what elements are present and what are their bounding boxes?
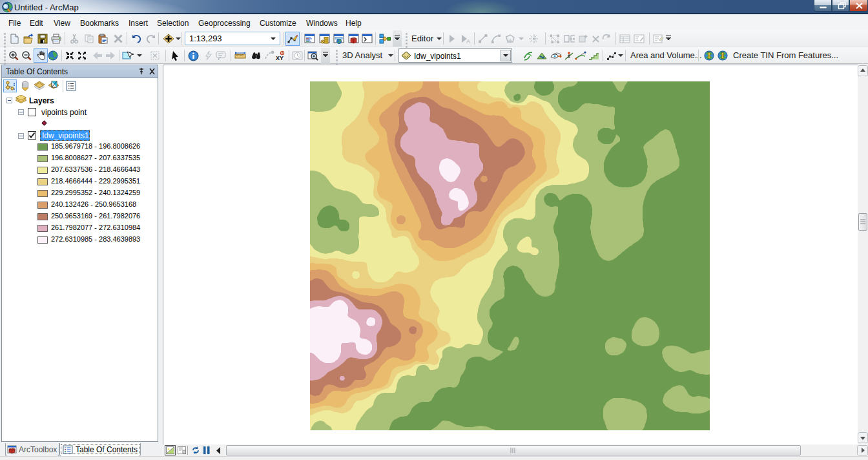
svg-text:A: A <box>466 38 470 44</box>
svg-text:XY: XY <box>276 55 284 61</box>
